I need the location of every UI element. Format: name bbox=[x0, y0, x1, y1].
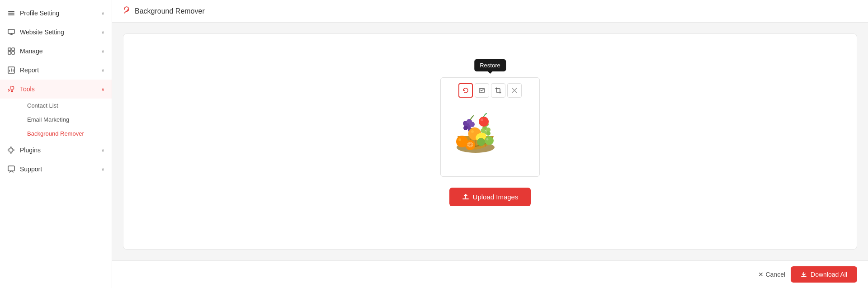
svg-rect-7 bbox=[12, 52, 14, 54]
monitor-icon bbox=[7, 28, 15, 36]
bottom-bar: ✕ Cancel Download All bbox=[112, 260, 868, 288]
sidebar-item-manage[interactable]: Manage ∨ bbox=[0, 42, 112, 61]
svg-rect-4 bbox=[8, 48, 11, 51]
svg-point-33 bbox=[485, 136, 494, 145]
chevron-icon-tools: ∧ bbox=[101, 87, 104, 92]
plugins-icon bbox=[7, 146, 15, 154]
svg-rect-0 bbox=[8, 11, 14, 12]
close-image-button[interactable] bbox=[507, 83, 522, 98]
sidebar-subitem-background-remover[interactable]: Background Remover bbox=[20, 127, 112, 141]
sidebar-item-plugins[interactable]: Plugins ∨ bbox=[0, 141, 112, 160]
sidebar-label-report: Report bbox=[20, 66, 39, 74]
content-area: Restore bbox=[112, 23, 868, 260]
svg-point-28 bbox=[458, 138, 461, 141]
sidebar-label-support: Support bbox=[20, 165, 42, 173]
svg-rect-5 bbox=[12, 48, 14, 51]
chevron-icon-profile: ∨ bbox=[101, 11, 104, 16]
tooltip-restore: Restore bbox=[474, 59, 506, 71]
upload-images-button[interactable]: Upload Images bbox=[449, 188, 531, 206]
fruit-basket-image bbox=[446, 101, 505, 160]
tools-sub-menu: Contact List Email Marketing Background … bbox=[0, 99, 112, 141]
remove-bg-button[interactable] bbox=[475, 83, 489, 98]
svg-rect-9 bbox=[8, 166, 14, 171]
chevron-icon-report: ∨ bbox=[101, 68, 104, 73]
main-card: Restore bbox=[123, 33, 857, 250]
chevron-icon-manage: ∨ bbox=[101, 49, 104, 54]
sidebar-item-tools[interactable]: Tools ∧ bbox=[0, 80, 112, 99]
chevron-icon-support: ∨ bbox=[101, 167, 104, 172]
cancel-x-icon: ✕ bbox=[758, 271, 764, 278]
svg-point-15 bbox=[469, 122, 475, 127]
sidebar-item-report[interactable]: Report ∨ bbox=[0, 61, 112, 80]
sidebar-item-support[interactable]: Support ∨ bbox=[0, 160, 112, 179]
svg-rect-2 bbox=[8, 14, 14, 15]
crop-button[interactable] bbox=[491, 83, 505, 98]
svg-point-29 bbox=[479, 117, 489, 127]
chevron-icon-website: ∨ bbox=[101, 30, 104, 35]
svg-rect-3 bbox=[8, 29, 14, 33]
download-icon bbox=[801, 271, 807, 278]
profile-icon bbox=[7, 9, 15, 17]
svg-point-34 bbox=[486, 138, 489, 141]
main-content: Background Remover Restore bbox=[112, 0, 868, 288]
sidebar-subitem-email-marketing[interactable]: Email Marketing bbox=[20, 113, 112, 127]
upload-icon bbox=[462, 193, 469, 200]
sidebar-subitem-contact-list[interactable]: Contact List bbox=[20, 99, 112, 113]
image-card bbox=[440, 77, 540, 177]
svg-point-16 bbox=[463, 126, 468, 130]
download-all-button[interactable]: Download All bbox=[791, 266, 857, 283]
topbar: Background Remover bbox=[112, 0, 868, 23]
sidebar: Profile Setting ∨ Website Setting ∨ Mana… bbox=[0, 0, 112, 288]
download-all-label: Download All bbox=[811, 271, 847, 278]
upload-button-label: Upload Images bbox=[473, 193, 519, 201]
sidebar-label-manage: Manage bbox=[20, 47, 43, 55]
svg-point-26 bbox=[471, 130, 474, 133]
sidebar-label-tools: Tools bbox=[20, 85, 35, 93]
chevron-icon-plugins: ∨ bbox=[101, 148, 104, 153]
sidebar-item-profile-setting[interactable]: Profile Setting ∨ bbox=[0, 4, 112, 23]
report-icon bbox=[7, 66, 15, 74]
action-toolbar bbox=[458, 83, 522, 98]
svg-rect-1 bbox=[8, 13, 14, 14]
sidebar-item-website-setting[interactable]: Website Setting ∨ bbox=[0, 23, 112, 42]
restore-button[interactable] bbox=[458, 83, 473, 98]
topbar-title: Background Remover bbox=[135, 7, 205, 15]
svg-point-30 bbox=[481, 118, 483, 121]
svg-point-35 bbox=[477, 138, 485, 146]
svg-rect-6 bbox=[8, 52, 11, 54]
cancel-label: Cancel bbox=[765, 271, 785, 278]
cancel-button[interactable]: ✕ Cancel bbox=[758, 271, 785, 278]
image-preview-container: Restore bbox=[440, 77, 540, 177]
sidebar-label-plugins: Plugins bbox=[20, 146, 41, 154]
manage-icon bbox=[7, 47, 15, 55]
tools-icon bbox=[7, 85, 15, 93]
sidebar-label-website: Website Setting bbox=[20, 28, 64, 36]
support-icon bbox=[7, 165, 15, 173]
topbar-icon bbox=[123, 6, 131, 16]
sidebar-label-profile: Profile Setting bbox=[20, 9, 59, 17]
